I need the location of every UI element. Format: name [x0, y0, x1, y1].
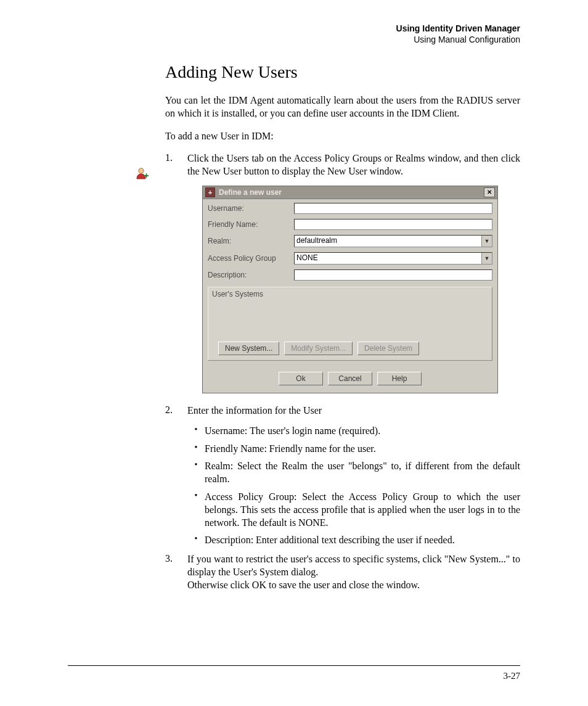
chevron-down-icon: ▼ — [481, 253, 492, 264]
add-user-margin-icon — [136, 166, 149, 180]
username-label: Username: — [208, 204, 294, 213]
delete-system-button[interactable]: Delete System — [357, 342, 419, 355]
friendly-label: Friendly Name: — [208, 220, 294, 229]
bullet-username-text: Username: The user's login name (require… — [205, 425, 520, 438]
cancel-button[interactable]: Cancel — [328, 372, 372, 385]
desc-label: Description: — [208, 271, 294, 279]
bullet-friendly-text: Friendly Name: Friendly name for the use… — [205, 443, 520, 456]
chevron-down-icon: ▼ — [481, 236, 492, 247]
apg-value: NONE — [295, 253, 481, 264]
bullet-friendly: • Friendly Name: Friendly name for the u… — [187, 443, 520, 456]
bullet-mark: • — [187, 460, 205, 486]
intro-paragraph: You can let the IDM Agent automatically … — [165, 94, 520, 120]
step-3-line2: Otherwise click OK to save the user and … — [187, 580, 420, 590]
step-1-text: Click the Users tab on the Access Policy… — [187, 152, 520, 178]
step-3-number: 3. — [165, 553, 187, 591]
plus-icon: + — [205, 187, 215, 197]
new-system-button[interactable]: New System... — [218, 342, 279, 355]
bullet-mark: • — [187, 534, 205, 547]
step-3-text: If you want to restrict the user's acces… — [187, 553, 520, 591]
bullet-desc: • Description: Enter additional text des… — [187, 534, 520, 547]
page-number: 3-27 — [68, 671, 520, 681]
footer-rule — [68, 665, 520, 666]
svg-rect-2 — [146, 173, 147, 178]
bullet-apg-text: Access Policy Group: Select the Access P… — [205, 491, 520, 529]
realm-select[interactable]: defaultrealm ▼ — [294, 235, 492, 247]
bullet-username: • Username: The user's login name (requi… — [187, 425, 520, 438]
dialog-titlebar: + Define a new user ✕ — [203, 186, 497, 199]
username-input[interactable] — [294, 203, 492, 214]
running-head-line2: Using Manual Configuration — [68, 35, 520, 46]
step-1: 1. Click the Users tab on the Access Pol… — [165, 152, 520, 178]
close-button[interactable]: ✕ — [484, 187, 495, 197]
bullet-mark: • — [187, 491, 205, 529]
apg-select[interactable]: NONE ▼ — [294, 252, 492, 265]
help-button[interactable]: Help — [377, 372, 422, 385]
users-systems-label: User's Systems — [212, 290, 488, 298]
bullet-apg: • Access Policy Group: Select the Access… — [187, 491, 520, 529]
step-2-text: Enter the information for the User — [187, 404, 520, 417]
bullet-mark: • — [187, 425, 205, 438]
desc-input[interactable] — [294, 269, 492, 281]
ok-button[interactable]: Ok — [279, 372, 323, 385]
step-3: 3. If you want to restrict the user's ac… — [165, 553, 520, 591]
running-head: Using Identity Driven Manager Using Manu… — [68, 23, 520, 45]
bullet-realm-text: Realm: Select the Realm the user "belong… — [205, 460, 520, 486]
modify-system-button[interactable]: Modify System... — [284, 342, 353, 355]
page-footer: 3-27 — [68, 665, 520, 681]
step-2-number: 2. — [165, 404, 187, 417]
svg-point-0 — [139, 168, 144, 173]
users-systems-panel: User's Systems New System... Modify Syst… — [208, 287, 492, 361]
new-user-dialog: + Define a new user ✕ Username: Friendly… — [202, 186, 498, 393]
step-3-line1: If you want to restrict the user's acces… — [187, 554, 520, 577]
bullet-mark: • — [187, 443, 205, 456]
realm-value: defaultrealm — [295, 236, 481, 247]
dialog-title: Define a new user — [219, 188, 484, 197]
lead-line: To add a new User in IDM: — [165, 130, 520, 143]
apg-label: Access Policy Group — [208, 254, 294, 263]
realm-label: Realm: — [208, 237, 294, 245]
running-head-line1: Using Identity Driven Manager — [68, 23, 520, 35]
step-1-number: 1. — [165, 152, 187, 178]
bullet-desc-text: Description: Enter additional text descr… — [205, 534, 520, 547]
section-title: Adding New Users — [165, 62, 520, 82]
friendly-input[interactable] — [294, 219, 492, 230]
step-2: 2. Enter the information for the User — [165, 404, 520, 417]
bullet-realm: • Realm: Select the Realm the user "belo… — [187, 460, 520, 486]
